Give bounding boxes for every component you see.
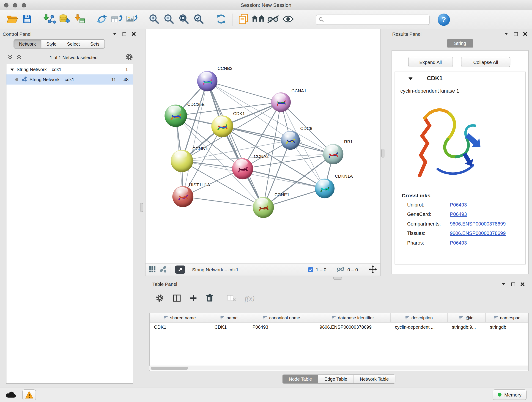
tab-string[interactable]: String xyxy=(447,39,473,47)
panel-close-icon[interactable] xyxy=(131,31,137,37)
open-in-window-button[interactable] xyxy=(175,265,185,274)
panel-float-icon[interactable] xyxy=(510,281,516,287)
import-network-file-button[interactable] xyxy=(42,12,57,27)
network-tools-button[interactable] xyxy=(94,12,109,27)
panel-close-icon[interactable] xyxy=(523,31,528,37)
node-label: CCNE1 xyxy=(274,192,289,197)
string-results-box: Expand All Collapse All CDK1 cyclin-depe… xyxy=(392,50,529,274)
node-label: CDC6 xyxy=(300,126,312,131)
column-header[interactable]: description xyxy=(391,313,448,322)
crosslink-pharos[interactable]: P06493 xyxy=(450,240,525,245)
network-node-cdc25b[interactable] xyxy=(165,104,187,127)
right-splitter-handle[interactable] xyxy=(381,149,385,158)
selected-checkbox-icon[interactable] xyxy=(308,267,313,272)
crosslink-genecard[interactable]: P06493 xyxy=(450,211,525,217)
column-header[interactable]: @id xyxy=(447,313,486,322)
network-tree: String Network – cdk1 1 String Network –… xyxy=(6,64,133,384)
hide-selected-button[interactable] xyxy=(266,12,281,27)
network-collection-row[interactable]: String Network – cdk1 1 xyxy=(6,64,133,74)
tab-edge-table[interactable]: Edge Table xyxy=(318,375,354,383)
network-node-cdk1[interactable] xyxy=(211,115,233,137)
tab-network-table[interactable]: Network Table xyxy=(354,375,395,383)
memory-button[interactable]: Memory xyxy=(493,389,526,400)
tab-node-table[interactable]: Node Table xyxy=(283,375,318,383)
show-columns-icon[interactable] xyxy=(173,294,181,303)
hidden-glasses-icon[interactable] xyxy=(336,266,345,273)
column-header[interactable]: name xyxy=(210,313,248,322)
collapse-all-icon[interactable] xyxy=(7,55,13,60)
network-canvas[interactable]: CCNB2CCNA1CDC25BCDK1CDC6RB1CCNB1CCNA2CDK… xyxy=(145,29,381,263)
network-nodes-layer: CCNB2CCNA1CDC25BCDK1CDC6RB1CCNB1CCNA2CDK… xyxy=(146,29,381,263)
refresh-view-button[interactable] xyxy=(214,12,229,27)
tab-sets[interactable]: Sets xyxy=(85,40,104,48)
image-export-button[interactable] xyxy=(124,12,139,27)
crosslink-label: GeneCard: xyxy=(407,211,450,217)
add-column-plus-icon[interactable] xyxy=(190,294,197,303)
tab-select[interactable]: Select xyxy=(62,40,85,48)
column-header[interactable]: canonical name xyxy=(248,313,315,322)
collapse-all-button[interactable]: Collapse All xyxy=(461,57,510,67)
disclosure-triangle-icon[interactable] xyxy=(11,67,14,72)
scrollbar-thumb[interactable] xyxy=(151,367,188,370)
network-node-rb1[interactable] xyxy=(323,144,343,164)
network-node-ccnb2[interactable] xyxy=(197,71,217,91)
zoom-in-button[interactable] xyxy=(147,12,162,27)
network-node-cdkn1a[interactable] xyxy=(315,179,335,198)
panel-close-icon[interactable] xyxy=(520,281,525,287)
network-node-hist1h1a[interactable] xyxy=(172,186,193,207)
column-header[interactable]: shared name xyxy=(150,313,210,322)
gear-icon[interactable] xyxy=(126,53,133,62)
panel-menu-icon[interactable] xyxy=(504,31,509,37)
network-node-ccna2[interactable] xyxy=(232,158,253,179)
tab-network[interactable]: Network xyxy=(14,40,41,48)
column-header[interactable]: database identifier xyxy=(315,313,391,322)
tab-style[interactable]: Style xyxy=(41,40,62,48)
zoom-out-button[interactable] xyxy=(162,12,177,27)
grid-icon[interactable] xyxy=(149,266,156,274)
panel-menu-icon[interactable] xyxy=(112,31,118,37)
table-settings-gear-icon[interactable] xyxy=(156,294,164,303)
zoom-selected-icon xyxy=(194,14,204,25)
cloud-icon[interactable] xyxy=(6,390,16,399)
expand-all-button[interactable]: Expand All xyxy=(408,57,453,67)
show-all-button[interactable] xyxy=(251,12,266,27)
crosslink-uniprot[interactable]: P06493 xyxy=(450,202,525,207)
panel-float-icon[interactable] xyxy=(121,31,127,37)
column-header[interactable]: namespac xyxy=(486,313,528,322)
network-node-ccna1[interactable] xyxy=(271,92,291,112)
zoom-out-icon xyxy=(164,14,174,25)
panel-float-icon[interactable] xyxy=(513,31,519,37)
section-disclosure-icon[interactable] xyxy=(409,76,413,81)
panel-menu-icon[interactable] xyxy=(501,281,506,287)
import-network-database-button[interactable] xyxy=(57,12,72,27)
table-export-button[interactable] xyxy=(109,12,124,27)
crosslink-compartments[interactable]: 9606.ENSP00000378699 xyxy=(450,221,525,226)
expand-all-icon[interactable] xyxy=(16,55,22,60)
network-node-ccne1[interactable] xyxy=(253,197,274,218)
import-table-button[interactable] xyxy=(72,12,87,27)
clone-network-button[interactable] xyxy=(236,12,251,27)
horizontal-splitter-handle[interactable] xyxy=(333,277,342,280)
save-session-button[interactable] xyxy=(20,12,35,27)
search-input[interactable] xyxy=(316,14,430,25)
zoom-selected-button[interactable] xyxy=(191,12,206,27)
glasses-slash-icon xyxy=(267,15,279,25)
share-network-icon[interactable] xyxy=(160,266,167,274)
network-node-cdc6[interactable] xyxy=(281,131,300,150)
pan-crosshair-icon[interactable] xyxy=(369,265,377,274)
crosslink-tissues[interactable]: 9606.ENSP00000378699 xyxy=(450,230,525,236)
left-splitter-handle[interactable] xyxy=(140,203,143,212)
horizontal-scrollbar[interactable] xyxy=(149,366,528,370)
help-button[interactable]: ? xyxy=(438,13,450,26)
edge-count: 48 xyxy=(123,77,128,82)
delete-column-trash-icon[interactable] xyxy=(206,294,214,303)
network-row[interactable]: String Network – cdk1 11 48 xyxy=(6,74,133,84)
network-node-ccnb1[interactable] xyxy=(171,150,193,172)
zoom-fit-button[interactable] xyxy=(177,12,191,27)
warnings-button[interactable] xyxy=(22,389,36,400)
show-hidden-button[interactable] xyxy=(281,12,296,27)
open-folder-icon xyxy=(6,14,18,25)
table-row[interactable]: CDK1 CDK1 P06493 9606.ENSP00000378699 cy… xyxy=(150,322,528,332)
open-session-button[interactable] xyxy=(5,12,20,27)
string-network-icon xyxy=(22,76,27,83)
